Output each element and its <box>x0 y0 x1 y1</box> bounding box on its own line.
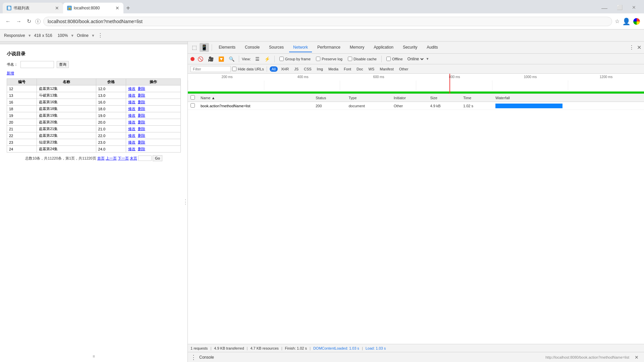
filter-button[interactable]: 🔽 <box>217 55 226 63</box>
filter-font[interactable]: Font <box>342 66 353 72</box>
col-size[interactable]: Size <box>427 94 461 102</box>
network-table-wrapper[interactable]: Name ▲ Status Type Initiator Size Time W… <box>188 94 644 344</box>
search-button[interactable]: 🔍 <box>227 55 236 63</box>
inspect-element-button[interactable]: ⬚ <box>191 43 198 52</box>
tab-books[interactable]: 📄 书籍列表 ✕ <box>3 3 63 13</box>
device-toolbar-button[interactable]: 📱 <box>200 43 209 52</box>
edit-link[interactable]: 修改 <box>128 100 136 104</box>
right-resize-handle[interactable]: ⋮ <box>183 42 187 362</box>
edit-link[interactable]: 修改 <box>128 113 136 117</box>
online-dropdown-icon[interactable]: ▼ <box>91 34 95 38</box>
page-jump-input[interactable] <box>138 156 152 161</box>
close-devtools-button[interactable]: ✕ <box>637 44 641 51</box>
filter-media[interactable]: Media <box>326 66 340 72</box>
filter-manifest[interactable]: Manifest <box>378 66 396 72</box>
offline-checkbox[interactable] <box>386 57 391 61</box>
tab-memory[interactable]: Memory <box>346 43 368 52</box>
bookmark-star-icon[interactable]: ☆ <box>615 18 620 24</box>
group-by-frame-label[interactable]: Group by frame <box>279 57 311 61</box>
preserve-log-checkbox[interactable] <box>316 57 320 61</box>
delete-link[interactable]: 删除 <box>138 127 145 131</box>
prev-page-link[interactable]: 上一页 <box>106 156 117 160</box>
view-list-button[interactable]: ☰ <box>254 55 261 63</box>
first-page-link[interactable]: 首页 <box>97 156 105 160</box>
next-page-link[interactable]: 下一页 <box>118 156 129 160</box>
responsive-button[interactable]: Responsive <box>1 32 28 39</box>
bottom-resize-handle[interactable]: ≡ <box>93 354 95 359</box>
page-jump-button[interactable]: Go <box>153 155 162 161</box>
filter-other[interactable]: Other <box>397 66 411 72</box>
profile-icon[interactable]: 👤 <box>622 17 631 25</box>
clear-button[interactable]: 🚫 <box>196 55 205 63</box>
delete-link[interactable]: 删除 <box>138 147 145 151</box>
screenshot-button[interactable]: 🎥 <box>206 55 215 63</box>
filter-img[interactable]: Img <box>315 66 325 72</box>
last-page-link[interactable]: 末页 <box>130 156 137 160</box>
settings-icon[interactable]: ⋮ <box>95 32 106 39</box>
filter-doc[interactable]: Doc <box>355 66 365 72</box>
tab-application[interactable]: Application <box>370 43 397 52</box>
delete-link[interactable]: 删除 <box>138 93 145 97</box>
edit-link[interactable]: 修改 <box>128 86 136 90</box>
throttle-dropdown-icon[interactable]: ▼ <box>426 57 429 61</box>
tab-close-localhost[interactable]: ✕ <box>115 5 119 11</box>
network-row-0[interactable]: book.action?methodName=list 200 document… <box>188 102 644 110</box>
col-network-name[interactable]: Name ▲ <box>198 94 313 102</box>
tab-localhost[interactable]: 🔒 localhost:8080 ✕ <box>63 3 123 13</box>
search-input[interactable] <box>20 61 54 68</box>
delete-link[interactable]: 删除 <box>138 120 145 124</box>
edit-link[interactable]: 修改 <box>128 107 136 111</box>
tab-sources[interactable]: Sources <box>265 43 288 52</box>
minimize-button[interactable]: — <box>597 5 611 12</box>
new-tab-button[interactable]: + <box>123 4 133 12</box>
top-resize-bar[interactable] <box>0 42 187 44</box>
hide-data-urls-checkbox[interactable] <box>232 67 236 71</box>
filter-all[interactable]: All <box>270 66 278 72</box>
filter-css[interactable]: CSS <box>302 66 314 72</box>
col-initiator[interactable]: Initiator <box>391 94 428 102</box>
tab-audits[interactable]: Audits <box>423 43 442 52</box>
preserve-log-label[interactable]: Preserve log <box>316 57 342 61</box>
tab-elements[interactable]: Elements <box>215 43 239 52</box>
filter-js[interactable]: JS <box>292 66 301 72</box>
forward-button[interactable]: → <box>15 17 23 26</box>
disable-cache-label[interactable]: Disable cache <box>348 57 377 61</box>
edit-link[interactable]: 修改 <box>128 140 136 144</box>
delete-link[interactable]: 删除 <box>138 107 145 111</box>
delete-link[interactable]: 删除 <box>138 133 145 137</box>
close-console-button[interactable]: ✕ <box>632 355 641 360</box>
view-large-rows-button[interactable]: ⚡ <box>263 55 272 63</box>
col-status[interactable]: Status <box>313 94 346 102</box>
responsive-dropdown-icon[interactable]: ▼ <box>28 34 32 38</box>
delete-link[interactable]: 删除 <box>138 140 145 144</box>
col-waterfall[interactable]: Waterfall <box>493 94 644 102</box>
maximize-button[interactable]: ⬜ <box>613 5 627 12</box>
disable-cache-checkbox[interactable] <box>348 57 352 61</box>
delete-link[interactable]: 删除 <box>138 113 145 117</box>
select-all-checkbox[interactable] <box>191 95 195 100</box>
edit-link[interactable]: 修改 <box>128 127 136 131</box>
delete-link[interactable]: 删除 <box>138 100 145 104</box>
tab-close-books[interactable]: ✕ <box>55 5 59 11</box>
filter-ws[interactable]: WS <box>366 66 376 72</box>
group-by-frame-checkbox[interactable] <box>279 57 284 61</box>
address-input[interactable] <box>43 17 612 26</box>
col-type[interactable]: Type <box>346 94 391 102</box>
zoom-dropdown-icon[interactable]: ▼ <box>70 34 74 38</box>
tab-console[interactable]: Console <box>241 43 264 52</box>
edit-link[interactable]: 修改 <box>128 93 136 97</box>
zoom-button[interactable]: 100% <box>55 32 71 39</box>
search-button[interactable]: 查询 <box>57 61 69 68</box>
delete-link[interactable]: 删除 <box>138 86 145 90</box>
hide-data-urls-label[interactable]: Hide data URLs <box>232 67 264 71</box>
more-tabs-button[interactable]: ⋮ <box>628 43 636 52</box>
chrome-icon[interactable] <box>633 18 640 25</box>
edit-link[interactable]: 修改 <box>128 133 136 137</box>
add-link[interactable]: 新增 <box>7 71 181 76</box>
throttle-select[interactable]: Online <box>406 56 425 62</box>
offline-label[interactable]: Offline <box>386 57 403 61</box>
close-browser-button[interactable]: ✕ <box>628 5 640 12</box>
col-time[interactable]: Time <box>461 94 493 102</box>
edit-link[interactable]: 修改 <box>128 120 136 124</box>
record-button[interactable] <box>191 57 195 61</box>
